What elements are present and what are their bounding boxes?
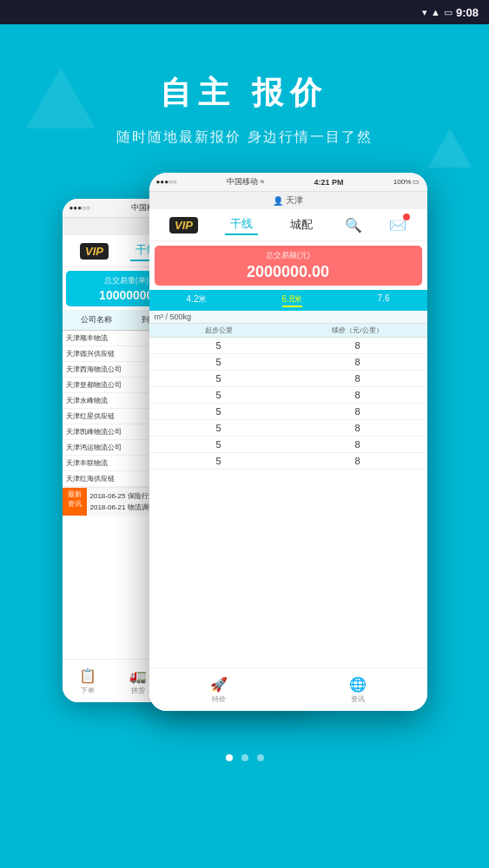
status-icons: ▾ ▲ ▭ 9:08 [422,6,479,19]
td-company: 天津顺丰物流 [63,331,139,345]
front-bottom-tabs[interactable]: 🚀 特价 🌐 资讯 [149,667,427,711]
panel-row: 5 8 [149,338,427,354]
size-tabs[interactable]: 4.2米 6.8米 7.6 [149,290,427,311]
front-data-rows: 5 8 5 8 5 8 5 8 5 8 5 8 5 8 5 8 [149,338,427,470]
front-signal-dots: ●●●○○ [156,178,177,186]
panel-cell-price: 8 [288,390,427,400]
news-label-1: 最新 [68,490,82,499]
front-phone-status: ●●●○○ 中国移动 ≈ 4:21 PM 100% ▭ [149,173,427,192]
td-company: 天津鸿运物流公司 [63,440,139,455]
size-6m[interactable]: 6.8米 [282,293,303,307]
front-time: 4:21 PM [314,178,344,187]
panel-cell-price: 8 [288,373,427,384]
front-tab-news-label: 资讯 [351,694,365,704]
panel-row: 5 8 [149,437,427,453]
td-company: 天津红海供应链 [63,471,139,486]
front-tab-trunk[interactable]: 干线 [225,214,258,235]
front-location-bar: 👤 天津 [149,192,427,209]
panel-row: 5 8 [149,354,427,371]
front-special-icon: 🚀 [210,676,228,693]
td-company: 天津凯峰物流公司 [63,424,139,439]
news-badge: 最新 资讯 [63,488,87,516]
front-nav-tabs[interactable]: VIP 干线 城配 🔍 ✉️ [149,209,427,241]
dot-2 [241,754,248,761]
td-company: 天津永峰物流 [63,393,139,408]
back-tab-order-label: 下单 [81,686,95,695]
signal-icon: ▲ [431,7,440,17]
mockup-container: ●●●○○ 中国移动 ≈ 4:21 PM 100% ▭ 👤 天津 VIP 干线 … [63,173,427,737]
back-signal-dots: ●●●○○ [69,204,90,212]
page-dots [226,754,264,761]
front-pink-label: 总交易额(元) [160,250,417,261]
page-subtitle: 随时随地最新报价 身边行情一目了然 [116,128,372,147]
panel-cell-start: 5 [149,439,288,450]
panel-cell-start: 5 [149,357,288,367]
front-vip-logo: VIP [169,217,198,233]
panel-cell-price: 8 [288,423,427,433]
front-location-person-icon: 👤 [273,196,283,206]
front-summary-section: 总交易额(元) 2000000.00 [149,241,427,290]
back-tab-order[interactable]: 📋 下单 [79,667,96,695]
panel-row: 5 8 [149,387,427,404]
volume-label: m³ / 500kg [149,311,427,324]
back-tab-groupbuy[interactable]: 🚛 拼货 [129,667,147,695]
front-mail-badge [403,214,410,220]
battery-icon: ▭ [444,7,453,18]
td-company: 天津皇都物流公司 [63,378,139,392]
front-tab-news[interactable]: 🌐 资讯 [349,676,367,704]
td-company: 天津红星供应链 [63,409,139,424]
main-content: 自主 报价 随时随地最新报价 身边行情一目了然 ●●●○○ 中国移动 ≈ 4:2… [0,24,489,868]
panel-cell-price: 8 [288,456,427,466]
panel-cell-start: 5 [149,390,288,400]
front-summary-pink: 总交易额(元) 2000000.00 [155,246,422,286]
vip-logo: VIP [80,243,109,260]
front-location-text: 天津 [286,194,303,207]
col-h-start: 起步公里 [149,324,288,337]
front-carrier: 中国移动 ≈ [227,176,264,187]
groupbuy-icon: 🚛 [129,667,147,684]
panel-row: 5 8 [149,404,427,420]
decorative-triangle-left [26,68,96,128]
col-h-price: 续价（元/公里） [288,324,427,337]
panel-row: 5 8 [149,420,427,437]
page-title: 自主 报价 [160,72,328,115]
front-mail-icon[interactable]: ✉️ [389,217,406,233]
order-icon: 📋 [79,667,96,684]
status-bar: ▾ ▲ ▭ 9:08 [0,0,489,24]
status-time: 9:08 [456,6,479,19]
size-4m[interactable]: 4.2米 [187,293,208,307]
news-label-2: 资讯 [68,499,82,509]
front-battery: 100% ▭ [393,178,420,186]
panel-cell-start: 5 [149,373,288,384]
front-news-icon: 🌐 [349,676,367,693]
panel-cell-price: 8 [288,357,427,367]
panel-row: 5 8 [149,371,427,387]
panel-cell-start: 5 [149,423,288,433]
size-7m[interactable]: 7.6 [378,293,390,307]
panel-cell-price: 8 [288,406,427,417]
front-tab-special[interactable]: 🚀 特价 [210,676,228,704]
front-tab-city[interactable]: 城配 [285,215,318,234]
panel-row: 5 8 [149,453,427,470]
front-search-icon[interactable]: 🔍 [345,217,362,233]
panel-cell-price: 8 [288,340,427,351]
panel-cell-start: 5 [149,456,288,466]
dot-1 [226,754,233,761]
phone-front: ●●●○○ 中国移动 ≈ 4:21 PM 100% ▭ 👤 天津 VIP 干线 … [149,173,427,711]
td-company: 天津西海物流公司 [63,362,139,377]
dot-3 [257,754,264,761]
front-pink-value: 2000000.00 [160,263,417,281]
td-company: 天津丰联物流 [63,456,139,470]
decorative-triangle-right [428,128,472,168]
th-company: 公司名称 [63,312,131,327]
td-company: 天津德兴供应链 [63,346,139,361]
panel-cell-price: 8 [288,439,427,450]
front-tab-special-label: 特价 [212,694,226,704]
panel-cell-start: 5 [149,340,288,351]
back-tab-groupbuy-label: 拼货 [131,686,145,695]
panel-cell-start: 5 [149,406,288,417]
front-col-header: 起步公里 续价（元/公里） [149,324,427,338]
wifi-icon: ▾ [422,7,427,18]
